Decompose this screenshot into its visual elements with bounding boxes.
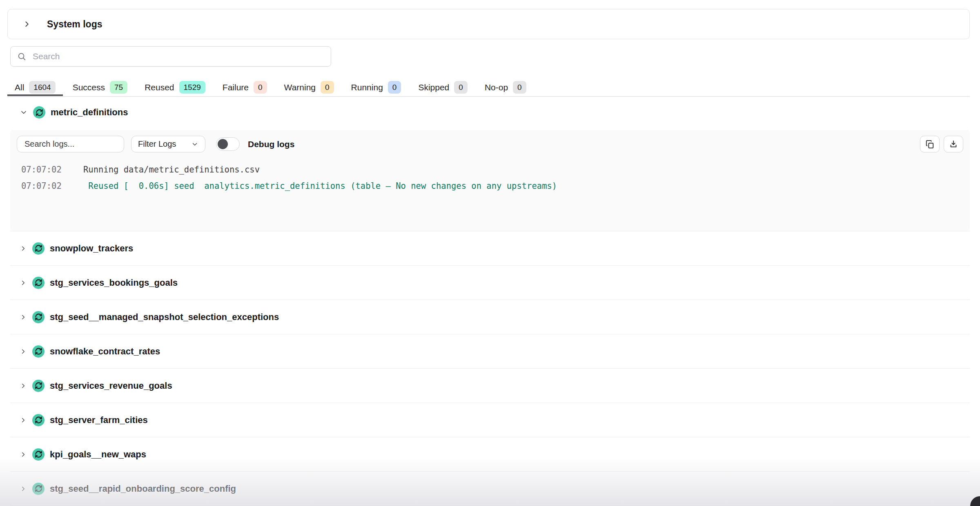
log-line: 07:07:02 Running data/metric_definitions… — [17, 161, 963, 178]
node-name: stg_seed__managed_snapshot_selection_exc… — [50, 312, 279, 322]
tab-failure[interactable]: Failure 0 — [215, 78, 274, 96]
tab-count-badge: 0 — [513, 81, 526, 94]
chevron-down-icon — [20, 108, 28, 116]
bottom-right-corner-decoration — [970, 496, 980, 506]
sync-refresh-icon — [32, 414, 45, 426]
tab-label: No-op — [485, 83, 508, 92]
tab-count-badge: 0 — [321, 81, 334, 94]
tab-label: Success — [73, 83, 105, 92]
tab-noop[interactable]: No-op 0 — [477, 78, 534, 96]
node-name: stg_services_revenue_goals — [50, 381, 172, 391]
node-name: metric_definitions — [51, 107, 128, 118]
tab-label: All — [15, 83, 24, 92]
chevron-down-icon — [191, 141, 198, 148]
tab-count-badge: 0 — [388, 81, 401, 94]
tab-reused[interactable]: Reused 1529 — [137, 78, 213, 96]
tab-warning[interactable]: Warning 0 — [277, 78, 341, 96]
log-search-input[interactable] — [17, 136, 124, 152]
node-row[interactable]: snowplow_trackers — [10, 231, 970, 266]
tab-count-badge: 0 — [454, 81, 468, 94]
tab-count-badge: 1604 — [29, 81, 55, 94]
sync-refresh-icon — [32, 277, 45, 289]
chevron-right-icon — [20, 279, 27, 287]
node-name: stg_seed__rapid_onboarding_score_config — [50, 484, 236, 494]
node-name: stg_server_farm_cities — [50, 415, 148, 425]
sync-refresh-icon — [32, 242, 45, 255]
copy-icon — [925, 140, 934, 149]
node-row[interactable]: snowflake_contract_rates — [10, 334, 970, 369]
node-name: snowplow_trackers — [50, 243, 133, 254]
tab-running[interactable]: Running 0 — [344, 78, 409, 96]
sync-refresh-icon — [32, 448, 45, 461]
filter-logs-label: Filter Logs — [138, 139, 176, 149]
node-row[interactable]: stg_services_bookings_goals — [10, 266, 970, 300]
download-icon — [949, 140, 958, 149]
chevron-right-icon — [22, 20, 31, 29]
sync-refresh-icon — [32, 345, 45, 358]
system-logs-title: System logs — [47, 19, 102, 30]
chevron-right-icon — [20, 451, 27, 458]
sync-refresh-icon — [33, 106, 45, 119]
debug-logs-label: Debug logs — [248, 139, 294, 149]
log-line: 07:07:02 Reused [ 0.06s] seed analytics.… — [17, 178, 963, 194]
status-tabs: All 1604 Success 75 Reused 1529 Failure … — [7, 78, 970, 97]
tab-success[interactable]: Success 75 — [65, 78, 135, 96]
download-logs-button[interactable] — [944, 136, 963, 152]
node-row-metric-definitions[interactable]: metric_definitions — [10, 98, 970, 127]
filter-logs-dropdown[interactable]: Filter Logs — [131, 136, 205, 152]
tab-label: Skipped — [418, 83, 449, 92]
tab-label: Reused — [145, 83, 174, 92]
system-logs-panel[interactable]: System logs — [7, 9, 970, 39]
node-name: kpi_goals__new_waps — [50, 449, 146, 460]
tab-skipped[interactable]: Skipped 0 — [411, 78, 474, 96]
chevron-right-icon — [20, 313, 27, 321]
node-row[interactable]: stg_seed__rapid_onboarding_score_config — [10, 472, 970, 506]
log-timestamp: 07:07:02 — [21, 181, 83, 191]
sync-refresh-icon — [32, 311, 45, 323]
tab-all[interactable]: All 1604 — [7, 78, 63, 96]
log-message: Reused [ 0.06s] seed analytics.metric_de… — [83, 181, 557, 191]
chevron-right-icon — [20, 416, 27, 424]
sync-refresh-icon — [32, 483, 45, 495]
sync-refresh-icon — [32, 380, 45, 392]
chevron-right-icon — [20, 485, 27, 493]
chevron-right-icon — [20, 348, 27, 355]
tab-count-badge: 1529 — [179, 81, 205, 94]
tab-count-badge: 75 — [110, 81, 127, 94]
tab-count-badge: 0 — [254, 81, 267, 94]
node-row[interactable]: kpi_goals__new_waps — [10, 437, 970, 472]
magnifier-icon — [17, 52, 26, 61]
node-name: stg_services_bookings_goals — [50, 278, 178, 288]
tab-label: Failure — [223, 83, 249, 92]
copy-logs-button[interactable] — [920, 136, 940, 152]
log-timestamp: 07:07:02 — [21, 165, 83, 175]
log-lines: 07:07:02 Running data/metric_definitions… — [17, 161, 963, 194]
node-row[interactable]: stg_server_farm_cities — [10, 403, 970, 437]
log-toolbar: Filter Logs Debug logs — [17, 136, 963, 152]
toggle-knob — [218, 139, 228, 149]
node-list: snowplow_trackers stg_services_bookings_… — [10, 231, 970, 506]
chevron-right-icon — [20, 245, 27, 252]
log-panel: Filter Logs Debug logs 07:07:02 Running … — [10, 130, 970, 231]
search-box[interactable] — [10, 46, 331, 67]
log-message: Running data/metric_definitions.csv — [83, 165, 260, 175]
node-row[interactable]: stg_services_revenue_goals — [10, 369, 970, 403]
node-row[interactable]: stg_seed__managed_snapshot_selection_exc… — [10, 300, 970, 334]
search-input[interactable] — [32, 51, 324, 62]
node-name: snowflake_contract_rates — [50, 346, 160, 357]
chevron-right-icon — [20, 382, 27, 390]
tab-label: Warning — [284, 83, 316, 92]
tab-label: Running — [351, 83, 383, 92]
debug-logs-toggle[interactable] — [216, 137, 240, 151]
